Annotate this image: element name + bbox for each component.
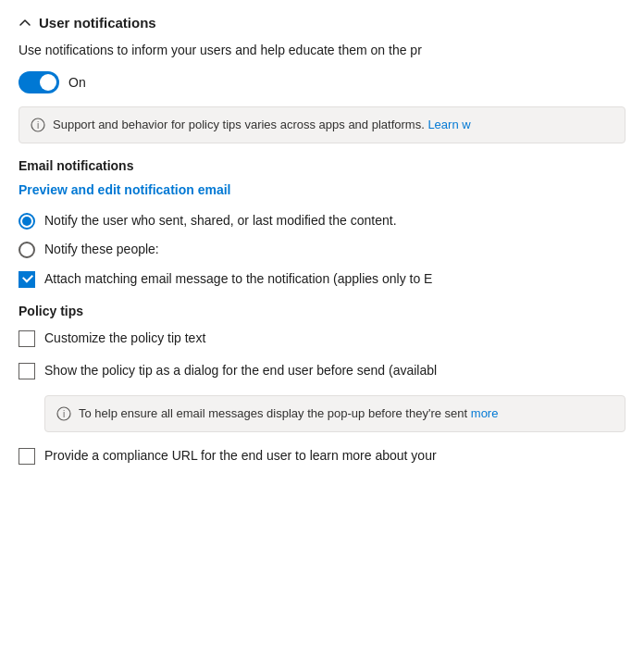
checkbox-customize-tip[interactable] [19, 330, 35, 347]
svg-text:i: i [63, 409, 65, 419]
section-header[interactable]: User notifications [19, 15, 625, 31]
more-link[interactable]: more [471, 406, 499, 420]
policy-tips-section: Policy tips Customize the policy tip tex… [19, 304, 625, 466]
checkbox-show-dialog-label: Show the policy tip as a dialog for the … [44, 362, 437, 380]
checkbox-row-customize-tip[interactable]: Customize the policy tip text [19, 330, 625, 348]
radio-row-notify-sender[interactable]: Notify the user who sent, shared, or las… [19, 212, 625, 230]
chevron-up-icon [19, 17, 31, 30]
checkbox-show-dialog[interactable] [19, 363, 35, 379]
toggle-label: On [68, 75, 86, 90]
checkbox-provide-url-label: Provide a compliance URL for the end use… [44, 447, 437, 466]
checkbox-attach[interactable] [19, 271, 35, 288]
checkbox-row-attach[interactable]: Attach matching email message to the not… [19, 270, 625, 289]
info-banner-text: Support and behavior for policy tips var… [53, 117, 471, 133]
toggle-thumb [40, 74, 56, 91]
toggle-row: On [19, 71, 625, 93]
email-notifications-section: Email notifications Preview and edit not… [19, 158, 625, 289]
checkbox-customize-tip-label: Customize the policy tip text [44, 330, 205, 348]
toggle-track [19, 71, 59, 93]
svg-text:i: i [37, 120, 39, 131]
checkbox-attach-label: Attach matching email message to the not… [44, 270, 432, 289]
info-banner: i Support and behavior for policy tips v… [19, 106, 625, 143]
policy-tips-title: Policy tips [19, 304, 625, 318]
checkbox-row-provide-url[interactable]: Provide a compliance URL for the end use… [19, 447, 625, 466]
notifications-toggle[interactable] [19, 71, 59, 93]
info-box-text: To help ensure all email messages displa… [79, 405, 498, 422]
policy-tips-info-box: i To help ensure all email messages disp… [44, 395, 625, 432]
info-icon: i [31, 118, 45, 132]
preview-edit-link[interactable]: Preview and edit notification email [19, 182, 231, 197]
description-text: Use notifications to inform your users a… [19, 42, 625, 60]
radio-notify-people[interactable] [19, 242, 35, 258]
radio-notify-sender[interactable] [19, 213, 35, 230]
email-notifications-title: Email notifications [19, 158, 625, 173]
info-icon-policy: i [56, 406, 71, 421]
checkbox-provide-url[interactable] [19, 448, 35, 465]
learn-more-link[interactable]: Learn w [427, 118, 470, 131]
section-title: User notifications [39, 15, 156, 31]
radio-notify-people-label: Notify these people: [44, 241, 159, 259]
radio-notify-sender-label: Notify the user who sent, shared, or las… [44, 212, 397, 230]
radio-row-notify-people[interactable]: Notify these people: [19, 241, 625, 259]
checkbox-row-show-dialog[interactable]: Show the policy tip as a dialog for the … [19, 362, 625, 380]
